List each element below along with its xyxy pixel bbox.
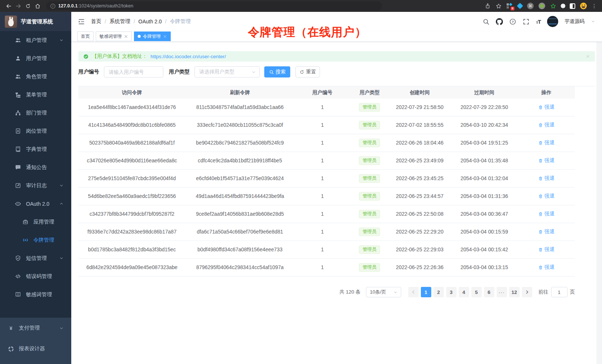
- browser-back-button[interactable]: [4, 1, 13, 11]
- access-token-cell: 54d6be82ee5a460a9aedc1f9bf223656: [78, 193, 186, 199]
- access-token-cell: b0d1785bc3a8482f812db4a3f3bd15ec: [78, 247, 186, 252]
- extension-star-icon[interactable]: [550, 3, 556, 9]
- sidebar-item-tenant[interactable]: 租户管理: [0, 31, 71, 49]
- sidebar-item-audit[interactable]: 审计日志: [0, 176, 71, 195]
- reset-button[interactable]: 重置: [295, 66, 320, 77]
- user-avatar[interactable]: [547, 16, 558, 27]
- extension-record-icon[interactable]: [539, 3, 545, 9]
- app-logo[interactable]: 芋道管理系统: [0, 12, 71, 31]
- force-logout-button[interactable]: 强退: [538, 193, 554, 199]
- sidebar-item-sms[interactable]: 短信管理: [0, 249, 71, 267]
- search-button[interactable]: 搜索: [264, 66, 290, 77]
- page-ellipsis-button[interactable]: ···: [497, 287, 507, 297]
- extension-gem-icon[interactable]: [517, 3, 523, 9]
- sidebar-item-pay[interactable]: 支付管理: [0, 318, 71, 338]
- browser-home-button[interactable]: [33, 1, 42, 11]
- page-button[interactable]: 1: [421, 287, 431, 297]
- sidebar-item-menu[interactable]: 菜单管理: [0, 86, 71, 104]
- next-page-button[interactable]: [522, 287, 532, 297]
- breadcrumb-item[interactable]: OAuth 2.0: [138, 19, 162, 24]
- sidebar-item-sensitive-word[interactable]: 敏感词管理: [0, 285, 71, 304]
- extension-command-icon[interactable]: ⌘: [527, 3, 534, 9]
- force-logout-button[interactable]: 强退: [538, 104, 554, 110]
- goto-page-input[interactable]: [551, 287, 567, 297]
- page-button[interactable]: 12: [509, 287, 520, 297]
- extension-pinwheel-icon[interactable]: [561, 4, 565, 8]
- expires-at-cell: 2022-07-29 22:28:50: [451, 105, 518, 110]
- force-logout-button[interactable]: 强退: [538, 246, 554, 253]
- table-row: 6d842e2924594de9a09e45e087323abe 8796295…: [78, 259, 575, 277]
- tag-view-tab[interactable]: 敏感词管理: [96, 32, 132, 41]
- bookmark-star-icon[interactable]: [495, 3, 502, 9]
- extension-sidebar-icon[interactable]: [570, 3, 575, 9]
- breadcrumb-item[interactable]: 首页: [91, 18, 101, 25]
- user-type-select[interactable]: 请选择用户类型: [194, 66, 260, 77]
- search-icon: [269, 70, 274, 75]
- page-button[interactable]: 4: [459, 287, 469, 297]
- sidebar-item-notice[interactable]: 通知公告: [0, 158, 71, 176]
- expires-at-cell: 2054-03-04 19:51:25: [451, 140, 518, 146]
- page-button[interactable]: 3: [446, 287, 457, 297]
- user-type-tag: 管理员: [359, 245, 380, 254]
- action-cell: 强退: [518, 228, 575, 235]
- tag-view-tab[interactable]: 令牌管理: [134, 32, 171, 41]
- page-button[interactable]: 5: [471, 287, 482, 297]
- refresh-token-cell: 49d1aa46d1454fbd87591444423be9fa: [186, 193, 294, 199]
- sidebar-collapse-icon[interactable]: [78, 18, 85, 25]
- sidebar-item-oauth2[interactable]: OAuth 2.0: [0, 195, 71, 213]
- page-button[interactable]: 6: [484, 287, 494, 297]
- user-id-label: 用户编号: [78, 69, 99, 75]
- font-size-icon[interactable]: тT: [536, 19, 541, 25]
- sidebar-item-oauth2-token[interactable]: 令牌管理: [0, 231, 71, 249]
- close-icon[interactable]: [124, 34, 128, 39]
- created-at-cell: 2022-06-25 22:26:36: [389, 265, 451, 270]
- sidebar-item-report[interactable]: 报表设计器: [0, 338, 71, 359]
- github-icon[interactable]: [496, 18, 503, 25]
- address-bar[interactable]: i 127.0.0.1:1024/system/oauth2/token: [46, 1, 382, 10]
- user-id-cell: 1: [294, 193, 350, 199]
- refresh-token-cell: be90422b8c7946218275a508bf524fc9: [186, 140, 294, 146]
- force-logout-button[interactable]: 强退: [538, 139, 554, 146]
- page-size-select[interactable]: 10条/页: [366, 287, 401, 297]
- page-button[interactable]: 2: [433, 287, 444, 297]
- action-cell: 强退: [518, 175, 575, 182]
- help-icon[interactable]: [509, 18, 516, 25]
- site-info-icon[interactable]: i: [50, 4, 55, 9]
- force-logout-button[interactable]: 强退: [538, 122, 554, 128]
- user-name[interactable]: 芋道源码: [565, 18, 585, 25]
- sidebar-item-dept[interactable]: 部门管理: [0, 104, 71, 122]
- browser-forward-button[interactable]: [13, 1, 23, 11]
- browser-refresh-button[interactable]: [23, 1, 33, 11]
- user-id-input[interactable]: [104, 66, 163, 77]
- close-icon[interactable]: [163, 34, 167, 39]
- sidebar-item-oauth2-app[interactable]: 应用管理: [0, 213, 71, 231]
- user-type-tag: 管理员: [359, 263, 380, 272]
- force-logout-button[interactable]: 强退: [538, 228, 554, 235]
- extension-grid-icon[interactable]: 9: [507, 3, 513, 9]
- prev-page-button[interactable]: [408, 287, 419, 297]
- sidebar-item-post[interactable]: 岗位管理: [0, 122, 71, 140]
- search-icon[interactable]: [482, 18, 490, 25]
- browser-menu-icon[interactable]: ⋮: [592, 3, 597, 9]
- sidebar-item-role[interactable]: 角色管理: [0, 67, 71, 86]
- refresh-icon: [300, 70, 304, 75]
- content-scroll-gutter[interactable]: [596, 42, 602, 364]
- force-logout-button[interactable]: 强退: [538, 264, 554, 271]
- force-logout-button[interactable]: 强退: [538, 211, 554, 217]
- access-token-cell: c347026e805e4d99b0d116eae66eda8c: [78, 158, 186, 163]
- alert-doc-link[interactable]: https://doc.iocoder.cn/user-center/: [151, 54, 226, 59]
- access-token-cell: c342377bf8b344799dcbf7bf095287f2: [78, 211, 186, 217]
- sidebar-item-errcode[interactable]: 错误码管理: [0, 267, 71, 285]
- fullscreen-icon[interactable]: [523, 18, 530, 25]
- share-icon[interactable]: [485, 3, 491, 9]
- sidebar-item-user[interactable]: 用户管理: [0, 49, 71, 67]
- force-logout-button[interactable]: 强退: [538, 157, 554, 164]
- created-at-cell: 2022-06-26 18:04:46: [389, 140, 451, 146]
- breadcrumb-item[interactable]: 系统管理: [109, 18, 130, 25]
- force-logout-button[interactable]: 强退: [538, 175, 554, 182]
- sidebar-item-dict[interactable]: 字典管理: [0, 140, 71, 158]
- tag-view-tab[interactable]: 首页: [77, 32, 94, 41]
- sidebar-menu: 租户管理 用户管理 角色管理 菜单管理 部门管理 岗位管理 字典管理 通知公告: [0, 31, 71, 304]
- alert-close-icon[interactable]: [586, 54, 590, 59]
- profile-avatar-icon[interactable]: [580, 3, 587, 9]
